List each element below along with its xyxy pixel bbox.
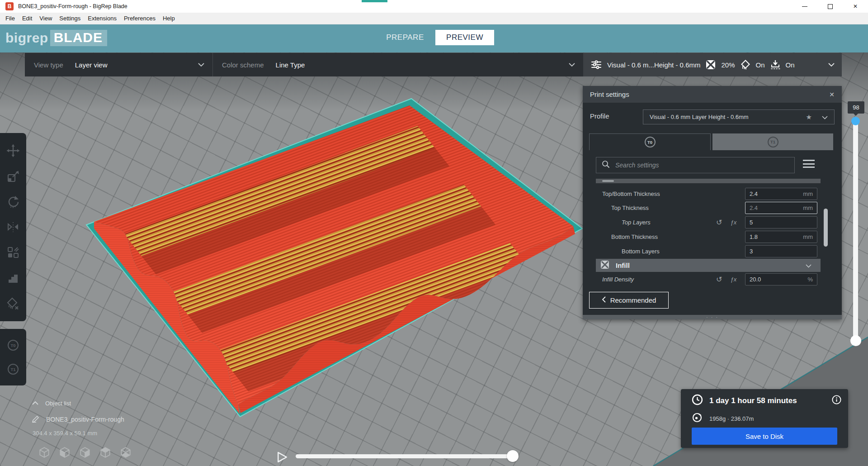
scrollbar-handle[interactable] bbox=[824, 209, 828, 247]
material-usage: 1958g · 236.07m bbox=[709, 415, 754, 422]
menu-extensions[interactable]: Extensions bbox=[84, 13, 120, 24]
profile-value: Visual - 0.6 mm Layer Height - 0.6mm bbox=[650, 114, 806, 120]
print-settings-summary[interactable]: Visual - 0.6 m...Height - 0.6mm 20% On O… bbox=[583, 53, 842, 76]
view-top-icon[interactable] bbox=[79, 446, 91, 461]
menu-edit[interactable]: Edit bbox=[19, 13, 36, 24]
setting-label: Bottom Layers bbox=[622, 248, 660, 255]
extruder-tabs: T0 T1 bbox=[589, 133, 833, 150]
extruder-t1-icon: T1 bbox=[8, 364, 19, 375]
print-settings-panel: Print settings ✕ Profile Visual - 0.6 mm… bbox=[583, 86, 842, 319]
tab-extruder-t0[interactable]: T0 bbox=[589, 133, 711, 150]
category-label: Infill bbox=[616, 262, 630, 269]
titlebar-accent bbox=[362, 0, 387, 2]
setting-label: Bottom Thickness bbox=[611, 233, 658, 240]
brand-logo: bigrep BLADE bbox=[5, 30, 107, 46]
search-input[interactable] bbox=[615, 162, 789, 169]
close-button[interactable]: ✕ bbox=[843, 0, 868, 13]
panel-resize-handle[interactable]: · · · bbox=[583, 315, 842, 319]
view-type-dropdown[interactable]: View type Layer view bbox=[25, 53, 212, 76]
profile-select[interactable]: Visual - 0.6 mm Layer Height - 0.6mm ★ bbox=[643, 109, 835, 124]
menu-preferences[interactable]: Preferences bbox=[120, 13, 159, 24]
custom-supports-icon[interactable] bbox=[5, 271, 21, 286]
star-icon[interactable]: ★ bbox=[806, 113, 812, 121]
layer-number-tooltip: 98 bbox=[848, 101, 864, 114]
maximize-icon bbox=[828, 4, 833, 9]
extruder-t0-icon: T0 bbox=[645, 137, 656, 147]
object-list-title: Object list bbox=[45, 400, 71, 407]
chevron-left-icon bbox=[602, 296, 606, 304]
print-time-estimate: 1 day 1 hour 58 minutes bbox=[709, 396, 797, 405]
view-front-icon[interactable] bbox=[58, 446, 71, 461]
menu-settings[interactable]: Settings bbox=[56, 13, 84, 24]
function-icon[interactable]: ƒx bbox=[730, 219, 736, 226]
timeline-handle[interactable] bbox=[507, 450, 519, 462]
menu-help[interactable]: Help bbox=[159, 13, 179, 24]
support-blocker-icon[interactable] bbox=[5, 296, 21, 311]
setting-row: Top Layers ↺ ƒx 5 bbox=[583, 215, 842, 229]
revert-icon[interactable]: ↺ bbox=[716, 218, 722, 227]
chevron-down-icon bbox=[828, 61, 835, 69]
maximize-button[interactable] bbox=[817, 0, 843, 13]
extruder-t0-button[interactable]: T0 bbox=[5, 338, 21, 353]
menu-view[interactable]: View bbox=[36, 13, 56, 24]
move-tool-icon[interactable] bbox=[5, 143, 21, 158]
recommended-button[interactable]: Recommended bbox=[589, 292, 669, 309]
tab-extruder-t1[interactable]: T1 bbox=[712, 133, 833, 150]
layer-slider-top-handle[interactable] bbox=[851, 117, 860, 125]
support-state: On bbox=[756, 61, 765, 69]
settings-menu-icon[interactable] bbox=[803, 160, 815, 168]
color-scheme-value: Line Type bbox=[276, 61, 305, 69]
play-button[interactable] bbox=[277, 452, 288, 463]
view-type-value: Layer view bbox=[75, 61, 108, 69]
profile-summary-text: Visual - 0.6 m...Height - 0.6mm bbox=[607, 61, 700, 69]
panel-title: Print settings bbox=[590, 90, 629, 98]
setting-input[interactable]: 2.4 mm bbox=[745, 202, 817, 214]
search-box bbox=[596, 157, 795, 173]
mirror-tool-icon[interactable] bbox=[5, 219, 21, 235]
tab-prepare[interactable]: PREPARE bbox=[378, 30, 432, 45]
category-header-partial[interactable] bbox=[596, 179, 821, 183]
color-scheme-label: Color scheme bbox=[222, 61, 264, 69]
layer-slider-bottom-handle[interactable] bbox=[850, 335, 861, 346]
drag-dots-icon: · · · bbox=[706, 316, 718, 319]
revert-icon[interactable]: ↺ bbox=[716, 275, 722, 284]
setting-input[interactable]: 3 bbox=[745, 245, 817, 257]
object-list-item[interactable]: BONE3_positiv-Form-rough bbox=[32, 414, 124, 424]
save-to-disk-button[interactable]: Save to Disk bbox=[692, 428, 837, 445]
settings-list: Top/Bottom Thickness 2.4 mm Top Thicknes… bbox=[583, 179, 842, 288]
setting-label: Infill Density bbox=[602, 276, 634, 283]
minimize-button[interactable] bbox=[792, 0, 817, 13]
function-icon[interactable]: ƒx bbox=[730, 276, 736, 283]
setting-input[interactable]: 20.0 % bbox=[745, 273, 817, 285]
chevron-down-icon bbox=[198, 61, 204, 69]
logo-text: bigrep bbox=[5, 30, 48, 46]
infill-icon bbox=[600, 260, 609, 271]
layer-slider-track[interactable] bbox=[853, 121, 858, 342]
view-right-icon[interactable] bbox=[119, 446, 132, 461]
menu-file[interactable]: File bbox=[2, 13, 19, 24]
setting-input[interactable]: 5 bbox=[745, 216, 817, 228]
timeline-track[interactable] bbox=[296, 454, 518, 458]
setting-row: Top Thickness 2.4 mm bbox=[583, 200, 842, 215]
rotate-tool-icon[interactable] bbox=[5, 194, 21, 209]
scale-tool-icon[interactable] bbox=[5, 169, 21, 184]
adhesion-icon bbox=[770, 59, 781, 70]
extruder-t1-button[interactable]: T1 bbox=[5, 361, 21, 377]
setting-input[interactable]: 1.8 mm bbox=[745, 231, 817, 243]
close-panel-icon[interactable]: ✕ bbox=[829, 91, 835, 98]
setting-input[interactable]: 2.4 mm bbox=[745, 188, 817, 200]
extruder-t0-icon: T0 bbox=[8, 340, 19, 351]
info-icon[interactable] bbox=[831, 395, 842, 407]
color-scheme-dropdown[interactable]: Color scheme Line Type bbox=[212, 53, 583, 76]
pencil-icon bbox=[32, 414, 40, 424]
setting-label: Top Thickness bbox=[611, 204, 649, 211]
view-3d-icon[interactable] bbox=[38, 446, 51, 461]
chevron-down-icon bbox=[569, 61, 575, 69]
category-infill[interactable]: Infill bbox=[596, 259, 821, 272]
app-header: bigrep BLADE PREPARE PREVIEW bbox=[0, 24, 868, 52]
object-list-toggle[interactable]: Object list bbox=[32, 398, 124, 408]
view-left-icon[interactable] bbox=[99, 446, 112, 461]
per-model-settings-icon[interactable] bbox=[5, 245, 21, 260]
settings-scrollbar[interactable] bbox=[824, 209, 828, 281]
tab-preview[interactable]: PREVIEW bbox=[435, 30, 494, 45]
